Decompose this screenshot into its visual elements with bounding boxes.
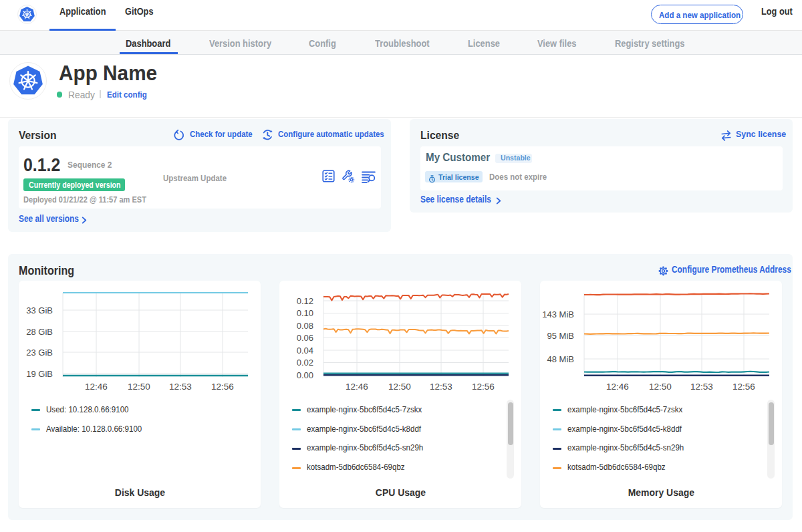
svg-text:23 GiB: 23 GiB: [26, 348, 53, 358]
svg-text:12:53: 12:53: [430, 382, 452, 392]
svg-text:0.00: 0.00: [297, 370, 313, 380]
svg-text:143 MiB: 143 MiB: [542, 309, 574, 319]
svg-text:0.08: 0.08: [297, 321, 313, 331]
svg-text:12:53: 12:53: [169, 382, 192, 392]
svg-text:12:56: 12:56: [732, 382, 755, 392]
svg-text:28 GiB: 28 GiB: [26, 327, 53, 337]
svg-text:12:50: 12:50: [388, 382, 411, 392]
svg-text:12:46: 12:46: [346, 382, 368, 392]
svg-text:12:56: 12:56: [472, 382, 495, 392]
svg-text:0.06: 0.06: [297, 333, 313, 343]
svg-text:12:50: 12:50: [128, 382, 150, 392]
svg-text:12:50: 12:50: [649, 382, 672, 392]
svg-text:0.02: 0.02: [297, 358, 313, 368]
svg-text:95 MiB: 95 MiB: [547, 331, 574, 341]
svg-text:12:56: 12:56: [211, 382, 234, 392]
svg-text:0.04: 0.04: [297, 346, 313, 356]
svg-text:12:46: 12:46: [85, 382, 108, 392]
svg-text:19 GiB: 19 GiB: [26, 369, 53, 379]
svg-text:0.12: 0.12: [297, 296, 313, 306]
svg-text:12:46: 12:46: [606, 382, 629, 392]
svg-text:33 GiB: 33 GiB: [26, 305, 53, 315]
svg-text:48 MiB: 48 MiB: [547, 354, 574, 364]
svg-text:12:53: 12:53: [690, 382, 713, 392]
svg-text:0.10: 0.10: [297, 308, 313, 318]
